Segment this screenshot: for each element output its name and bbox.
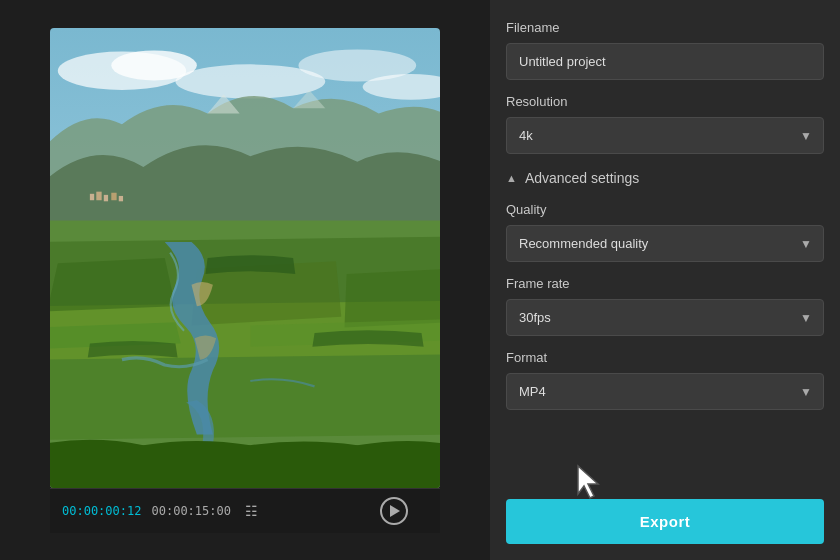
resolution-select[interactable]: 720p 1080p 2k 4k [506,117,824,154]
quality-select-wrapper: Low quality Recommended quality High qua… [506,225,824,262]
svg-rect-7 [96,191,101,200]
export-form: Filename Resolution 720p 1080p 2k 4k ▼ ▲… [490,0,840,499]
export-section: Export [490,499,840,560]
advanced-settings-chevron-icon: ▲ [506,172,517,184]
advanced-settings-label: Advanced settings [525,170,639,186]
format-select[interactable]: MP4 MOV AVI WebM [506,373,824,410]
timecode-current: 00:00:00:12 [62,504,141,518]
export-panel: Filename Resolution 720p 1080p 2k 4k ▼ ▲… [490,0,840,560]
framerate-label: Frame rate [506,276,824,291]
video-preview [50,28,440,488]
quality-select[interactable]: Low quality Recommended quality High qua… [506,225,824,262]
video-thumbnail [50,28,440,488]
timecode-total: 00:00:15:00 [151,504,230,518]
video-controls-bar: 00:00:00:12 00:00:15:00 ☷ [50,488,440,533]
resolution-select-wrapper: 720p 1080p 2k 4k ▼ [506,117,824,154]
advanced-settings-toggle[interactable]: ▲ Advanced settings [506,170,824,186]
svg-rect-10 [119,195,123,200]
format-select-wrapper: MP4 MOV AVI WebM ▼ [506,373,824,410]
grid-icon: ☷ [245,503,258,519]
svg-rect-9 [111,192,116,199]
svg-marker-13 [390,505,400,517]
filename-label: Filename [506,20,824,35]
svg-rect-6 [90,193,94,199]
framerate-select[interactable]: 24fps 25fps 30fps 60fps [506,299,824,336]
svg-rect-8 [104,194,108,200]
format-label: Format [506,350,824,365]
export-button[interactable]: Export [506,499,824,544]
quality-label: Quality [506,202,824,217]
video-editor-panel: 00:00:00:12 00:00:15:00 ☷ [0,0,490,560]
framerate-select-wrapper: 24fps 25fps 30fps 60fps ▼ [506,299,824,336]
resolution-label: Resolution [506,94,824,109]
filename-input[interactable] [506,43,824,80]
play-button[interactable] [380,497,408,525]
